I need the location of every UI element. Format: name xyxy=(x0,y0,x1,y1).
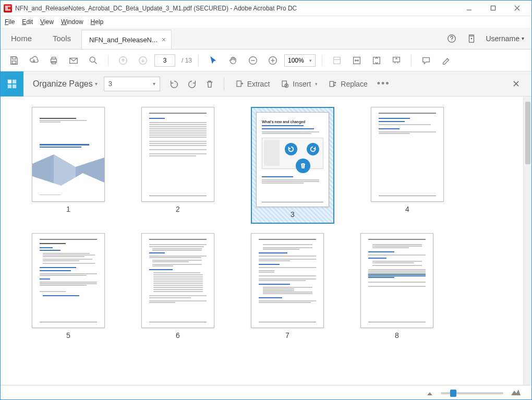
thumbnail-cell[interactable]: 8 xyxy=(360,233,433,340)
window-title: NFN_and_ReleaseNotes_Acrobat_DC_Beta_Upd… xyxy=(15,5,457,12)
maximize-button[interactable] xyxy=(486,3,500,14)
thumbnail-page-7[interactable] xyxy=(251,233,324,328)
rotate-right-overlay-icon[interactable] xyxy=(307,143,319,155)
svg-rect-1 xyxy=(491,6,495,10)
main-toolbar: / 13 100% ▾ xyxy=(1,50,531,71)
thumbnail-page-5[interactable] xyxy=(32,233,105,328)
thumbnail-cell[interactable]: 6 xyxy=(141,233,214,340)
svg-rect-24 xyxy=(334,57,341,64)
rotate-right-icon[interactable] xyxy=(183,75,201,93)
svg-point-15 xyxy=(90,57,95,62)
thumb-size-small-icon[interactable] xyxy=(426,389,433,398)
svg-line-16 xyxy=(94,62,96,64)
extract-label: Extract xyxy=(247,80,270,88)
thumbnail-cell[interactable]: 7 xyxy=(251,233,324,340)
fit-page-icon[interactable] xyxy=(329,52,345,69)
save-icon[interactable] xyxy=(6,52,22,69)
mobile-icon[interactable] xyxy=(466,33,477,44)
tab-tools[interactable]: Tools xyxy=(42,28,81,49)
hand-tool-icon[interactable] xyxy=(225,52,241,69)
svg-point-8 xyxy=(471,38,472,39)
title-bar: NFN_and_ReleaseNotes_Acrobat_DC_Beta_Upd… xyxy=(1,1,531,16)
tab-document[interactable]: NFN_and_ReleaseN... × xyxy=(81,30,172,49)
thumbnail-page-3[interactable]: What's new and changed xyxy=(256,112,329,207)
close-panel-button[interactable]: ✕ xyxy=(509,77,523,91)
thumbnail-cell-selected[interactable]: What's new and changed 3 xyxy=(251,107,334,224)
extract-button[interactable]: Extract xyxy=(229,79,275,89)
thumb-size-slider[interactable] xyxy=(441,392,503,394)
zoom-in-icon[interactable] xyxy=(264,52,281,69)
organize-pages-menu[interactable]: Organize Pages ▾ xyxy=(33,79,98,89)
thumbnail-page-8[interactable] xyxy=(360,233,433,328)
zoom-out-icon[interactable] xyxy=(245,52,261,69)
vertical-scrollbar[interactable] xyxy=(523,96,531,385)
cloud-icon[interactable] xyxy=(26,52,42,69)
app-icon xyxy=(4,4,12,13)
svg-point-5 xyxy=(452,40,452,41)
username-label: Username xyxy=(486,34,519,43)
email-icon[interactable] xyxy=(65,52,82,69)
thumbnail-label: 8 xyxy=(395,331,399,340)
menu-file[interactable]: File xyxy=(5,18,15,26)
thumbnail-cell[interactable]: 4 xyxy=(371,107,444,224)
thumbnail-page-2[interactable] xyxy=(141,107,214,202)
comment-icon[interactable] xyxy=(418,52,434,69)
insert-button[interactable]: Insert ▾ xyxy=(275,79,323,89)
thumbnail-label: 7 xyxy=(285,331,289,340)
thumbnail-page-6[interactable] xyxy=(141,233,214,328)
fit-width-icon[interactable] xyxy=(348,52,365,69)
menu-edit[interactable]: Edit xyxy=(22,18,33,26)
close-button[interactable] xyxy=(510,3,524,14)
rotate-left-icon[interactable] xyxy=(165,75,183,93)
thumbnail-label: 2 xyxy=(176,205,180,213)
thumbnail-cell[interactable]: 1 xyxy=(32,107,105,224)
organize-page-select[interactable]: 3 ▾ xyxy=(104,77,160,91)
organize-badge-icon xyxy=(1,71,23,96)
read-mode-icon[interactable] xyxy=(388,52,405,69)
slider-knob[interactable] xyxy=(450,390,456,397)
minimize-button[interactable] xyxy=(462,3,476,14)
svg-rect-12 xyxy=(52,57,55,59)
prev-page-icon[interactable] xyxy=(115,52,131,69)
menu-help[interactable]: Help xyxy=(91,18,104,26)
thumbnail-panel: 1 xyxy=(1,96,531,385)
delete-overlay-icon[interactable] xyxy=(296,159,310,173)
thumb-size-large-icon[interactable] xyxy=(511,389,521,398)
page-number-input[interactable] xyxy=(154,54,175,67)
organize-toolbar: Organize Pages ▾ 3 ▾ Extract Insert ▾ Re… xyxy=(1,71,531,96)
tab-home[interactable]: Home xyxy=(1,28,42,49)
thumbnail-label: 1 xyxy=(66,205,70,213)
thumbnail-label: 3 xyxy=(291,210,295,219)
help-icon[interactable] xyxy=(446,33,457,44)
sign-icon[interactable] xyxy=(438,52,454,69)
zoom-select[interactable]: 100% ▾ xyxy=(284,54,316,67)
search-icon[interactable] xyxy=(85,52,102,69)
zoom-value: 100% xyxy=(288,57,304,64)
next-page-icon[interactable] xyxy=(135,52,151,69)
svg-rect-37 xyxy=(330,81,334,87)
menu-view[interactable]: View xyxy=(40,18,54,26)
replace-label: Replace xyxy=(341,80,367,88)
svg-rect-32 xyxy=(237,81,241,87)
scrollbar-thumb[interactable] xyxy=(525,102,530,164)
thumbnail-page-1[interactable] xyxy=(32,107,105,202)
thumbnail-cell[interactable]: 5 xyxy=(32,233,105,340)
print-icon[interactable] xyxy=(45,52,62,69)
thumbnail-label: 6 xyxy=(176,331,180,340)
tab-close-icon[interactable]: × xyxy=(162,35,166,44)
insert-label: Insert xyxy=(293,80,311,88)
organize-title: Organize Pages xyxy=(33,79,93,89)
page3-title: What's new and changed xyxy=(262,120,305,124)
fit-height-icon[interactable] xyxy=(368,52,385,69)
thumbnail-cell[interactable]: 2 xyxy=(141,107,214,224)
rotate-left-overlay-icon[interactable] xyxy=(285,143,297,155)
select-tool-icon[interactable] xyxy=(205,52,222,69)
more-options-icon[interactable]: ••• xyxy=(373,78,394,89)
page-total-label: / 13 xyxy=(182,57,192,64)
thumbnail-page-4[interactable] xyxy=(371,107,444,202)
menu-window[interactable]: Window xyxy=(61,18,83,26)
delete-icon[interactable] xyxy=(201,75,219,93)
username-menu[interactable]: Username ▾ xyxy=(486,34,524,43)
replace-button[interactable]: Replace xyxy=(323,79,372,89)
svg-rect-30 xyxy=(8,84,11,88)
